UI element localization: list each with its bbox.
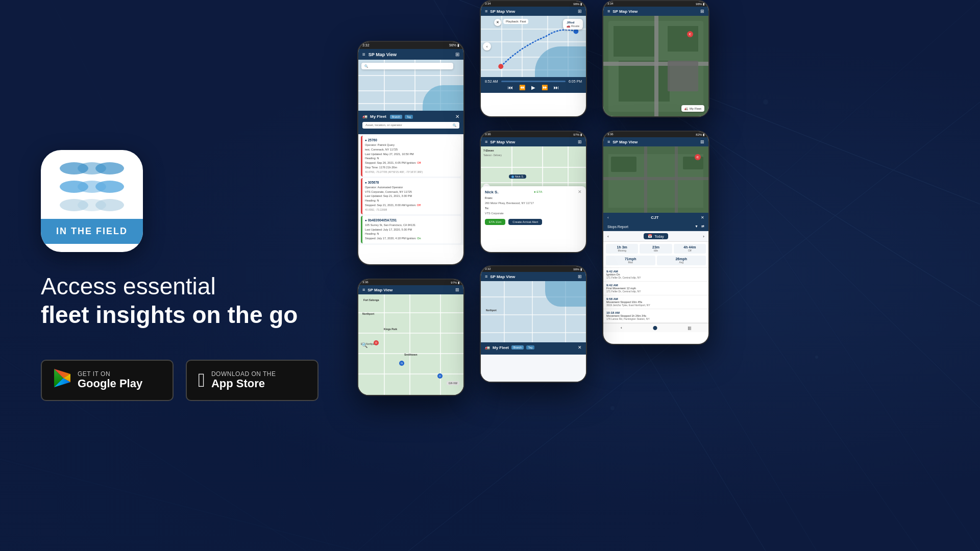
phone3-title: SP Map View [612, 9, 638, 14]
headline-line1: Access essential [41, 273, 216, 299]
google-play-sub: GET IT ON [78, 370, 142, 378]
phone-fleet-bottom: 3:3697% ▮ ≡ SP Map View ⊞ Fort Salonga N… [357, 279, 464, 396]
phone7-fleet: My Fleet [493, 345, 509, 350]
phone4-person: Nick S. [485, 190, 499, 194]
phone3-screen: 3:3498% ▮ ≡ SP Map View ⊞ C [603, 1, 708, 116]
phone5-person: CJT [651, 215, 658, 220]
phone4-title: SP Map View [490, 140, 515, 144]
phone-asset-list: 3:3298% ▮ ≡ SP Map View ⊞ [357, 41, 464, 265]
phone1-title: SP Map View [369, 52, 397, 57]
app-logo [56, 159, 128, 215]
svg-point-25 [95, 199, 124, 211]
phone2-time-end: 6:05 PM [569, 80, 582, 83]
phone4-eta: ETA 11m [485, 219, 505, 225]
headline: Access essential fleet insights on the g… [41, 272, 298, 329]
stops-date: Today [654, 235, 664, 238]
left-panel: IN THE FIELD Access essential fleet insi… [0, 0, 347, 551]
app-icon: IN THE FIELD [41, 150, 143, 252]
phone-map-topright: 3:3498% ▮ ≡ SP Map View ⊞ C [602, 0, 709, 117]
app-icon-label: IN THE FIELD [41, 219, 143, 244]
svg-point-26 [498, 64, 503, 69]
phone-stops-report: 3:3682% ▮ ≡ SP Map View ⊞ C [602, 131, 709, 345]
svg-point-27 [573, 29, 578, 34]
store-buttons: GET IT ON Google Play  Download on the … [41, 360, 318, 401]
apple-icon:  [198, 370, 205, 390]
phone1-screen: 3:3298% ▮ ≡ SP Map View ⊞ [358, 42, 463, 264]
phone6-title: SP Map View [368, 288, 393, 292]
stops-report-label: Stops Report [607, 225, 628, 229]
asset3-id: 0b4E090405A7291 [368, 218, 397, 222]
google-play-button[interactable]: GET IT ON Google Play [41, 360, 174, 401]
phone5-screen: 3:3682% ▮ ≡ SP Map View ⊞ C [603, 132, 708, 344]
phone7-title: SP Map View [490, 274, 515, 279]
google-play-text: GET IT ON Google Play [78, 370, 142, 390]
phones-area: 3:3298% ▮ ≡ SP Map View ⊞ [337, 0, 980, 551]
phone4-to: VTS Corporate [485, 211, 582, 216]
svg-point-19 [95, 162, 124, 174]
phone4-from: 260 Motor Pkwy, Brentwood, NY 11717 [485, 201, 582, 206]
app-store-sub: Download on the [211, 370, 276, 378]
phone7-screen: 3:3298% ▮ ≡ SP Map View ⊞ Northport [481, 266, 586, 382]
phone4-create-alert[interactable]: Create Arrival Alert [508, 219, 542, 225]
app-store-main: App Store [211, 378, 276, 390]
app-store-button[interactable]:  Download on the App Store [186, 360, 318, 401]
phone6-screen: 3:3697% ▮ ≡ SP Map View ⊞ Fort Salonga N… [358, 280, 463, 395]
phone1-fleet: My Fleet [370, 114, 386, 119]
asset1-id: 25760 [368, 138, 377, 142]
phone5-title: SP Map View [612, 140, 638, 144]
app-store-text: Download on the App Store [211, 370, 276, 390]
phone-fleet-panel-right: 3:3298% ▮ ≡ SP Map View ⊞ Northport [480, 265, 587, 383]
google-play-main: Google Play [78, 378, 142, 390]
svg-point-22 [95, 181, 124, 193]
phone-nick-eta: 3:3697% ▮ ≡ SP Map View ⊞ 7-Eleven Takeo… [480, 131, 587, 253]
phone4-screen: 3:3697% ▮ ≡ SP Map View ⊞ 7-Eleven Takeo… [481, 132, 586, 252]
phone2-time-start: 8:52 AM [485, 80, 498, 83]
headline-line2: fleet insights on the go [41, 301, 298, 329]
google-play-icon [53, 368, 71, 393]
phone2-screen: 3:3498% ▮ ≡ SP Map View ⊞ [481, 1, 586, 116]
phone2-title: SP Map View [490, 9, 515, 14]
phone1-search: Asset, location, or operator [365, 123, 402, 127]
phone-jrod-playback: 3:3498% ▮ ≡ SP Map View ⊞ [480, 0, 587, 117]
asset2-id: 305678 [368, 181, 379, 184]
